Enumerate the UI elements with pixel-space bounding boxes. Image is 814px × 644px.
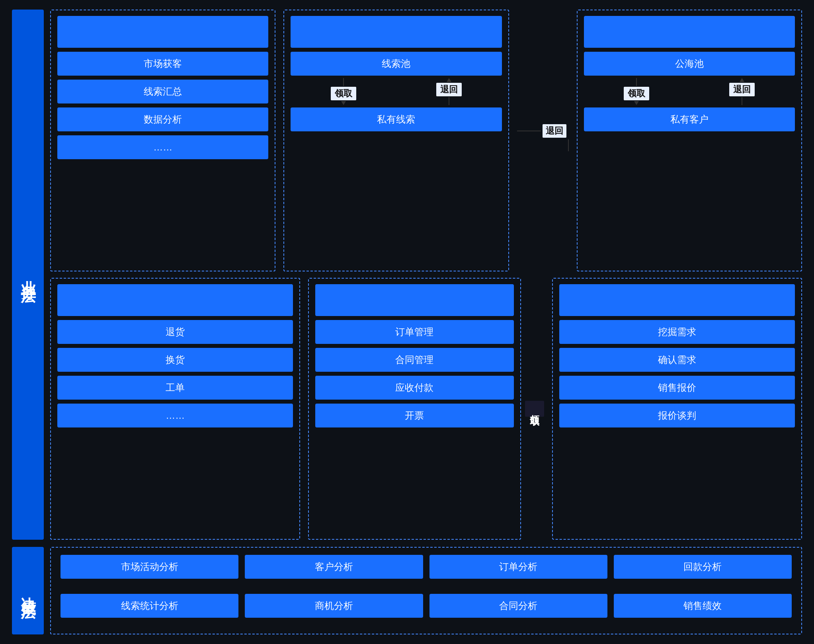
business-layer: 业务层 市场获客 线索汇总 数据分析 …… 线索池: [12, 10, 802, 540]
lb-blank-card: [57, 284, 293, 316]
business-layer-label: 业务层: [12, 10, 44, 540]
business-content-area: 市场获客 线索汇总 数据分析 …… 线索池 领取: [50, 10, 802, 540]
card-contract-analysis[interactable]: 合同分析: [429, 594, 607, 618]
card-order-mgmt[interactable]: 订单管理: [315, 320, 513, 344]
mid-top-section: 线索池 领取 退回: [283, 10, 509, 271]
card-discover-need[interactable]: 挖掘需求: [559, 320, 795, 344]
arrow-lingqu-bottom: 领取: [525, 401, 544, 417]
card-leads-stat-analysis[interactable]: 线索统计分析: [61, 594, 238, 618]
decision-layer-label: 决策层: [12, 547, 44, 634]
card-quote-negotiate[interactable]: 报价谈判: [559, 404, 795, 427]
card-more-bottom-left[interactable]: ……: [57, 404, 293, 427]
left-bottom-section: 退货 换货 工单 ……: [50, 278, 300, 540]
arrow-lingqu-top-mid: 领取: [331, 87, 356, 100]
right-top-blank-card: [584, 16, 795, 48]
card-customer-analysis[interactable]: 客户分析: [245, 555, 423, 579]
card-ticket[interactable]: 工单: [57, 376, 293, 400]
mid-to-right-arrow-area: 退回: [517, 10, 569, 271]
card-opportunity-analysis[interactable]: 商机分析: [245, 594, 423, 618]
card-leads-pool[interactable]: 线索池: [291, 52, 502, 76]
card-leads-summary[interactable]: 线索汇总: [57, 80, 268, 103]
biz-top-row: 市场获客 线索汇总 数据分析 …… 线索池 领取: [50, 10, 802, 271]
arrow-lingqu-top-right: 领取: [624, 87, 649, 100]
card-data-analysis[interactable]: 数据分析: [57, 107, 268, 131]
left-top-section: 市场获客 线索汇总 数据分析 ……: [50, 10, 275, 271]
arrow-tuihui-top-mid: 退回: [436, 83, 462, 96]
card-receivable[interactable]: 应收付款: [315, 376, 513, 400]
card-sales-performance[interactable]: 销售绩效: [614, 594, 792, 618]
card-return[interactable]: 退货: [57, 320, 293, 344]
card-invoice[interactable]: 开票: [315, 404, 513, 427]
mid-bottom-section: 订单管理 合同管理 应收付款 开票: [308, 278, 521, 540]
right-bottom-section: 挖掘需求 确认需求 销售报价 报价谈判: [552, 278, 802, 540]
right-top-section: 公海池 领取 退回 私有客户: [577, 10, 802, 271]
rb-blank-card: [559, 284, 795, 316]
card-confirm-need[interactable]: 确认需求: [559, 348, 795, 372]
card-contract-mgmt[interactable]: 合同管理: [315, 348, 513, 372]
mid-top-blank-card: [291, 16, 502, 48]
card-market-activity-analysis[interactable]: 市场活动分析: [61, 555, 238, 579]
biz-bottom-row: 退货 换货 工单 …… 订单管理 合同管理 应收付款 开票: [50, 278, 802, 540]
mid-bottom-arrow-area: 领取: [525, 278, 544, 540]
decision-layer: 决策层 市场活动分析 客户分析 订单分析 回款分析 线索统计分析 商机分析 合同…: [12, 547, 802, 634]
card-public-pool[interactable]: 公海池: [584, 52, 795, 76]
decision-content-area: 市场活动分析 客户分析 订单分析 回款分析 线索统计分析 商机分析 合同分析 销…: [50, 547, 802, 634]
arrow-tuihui-horizontal: 退回: [543, 124, 566, 138]
card-market[interactable]: 市场获客: [57, 52, 268, 76]
left-top-blank-card: [57, 16, 268, 48]
card-order-analysis[interactable]: 订单分析: [429, 555, 607, 579]
card-private-leads[interactable]: 私有线索: [291, 107, 502, 131]
card-exchange[interactable]: 换货: [57, 348, 293, 372]
page-wrapper: 业务层 市场获客 线索汇总 数据分析 …… 线索池: [0, 0, 814, 644]
card-sales-quote[interactable]: 销售报价: [559, 376, 795, 400]
card-more-top-left[interactable]: ……: [57, 135, 268, 159]
card-private-customer[interactable]: 私有客户: [584, 107, 795, 131]
arrow-tuihui-top-right: 退回: [729, 83, 755, 96]
mb-blank-card: [315, 284, 513, 316]
mid-bottom-wrapper: 订单管理 合同管理 应收付款 开票 领取: [308, 278, 544, 540]
card-repayment-analysis[interactable]: 回款分析: [614, 555, 792, 579]
